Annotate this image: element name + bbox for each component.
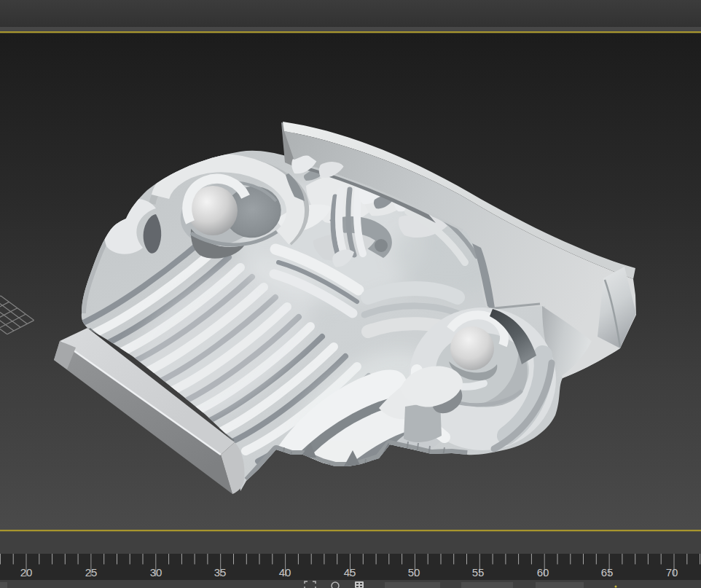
svg-text:20: 20	[20, 566, 33, 579]
svg-text:50: 50	[408, 566, 420, 579]
svg-text:70: 70	[666, 566, 678, 579]
svg-text:65: 65	[601, 566, 614, 579]
svg-text:35: 35	[214, 566, 227, 579]
svg-text:25: 25	[85, 566, 98, 579]
svg-text:45: 45	[344, 566, 356, 579]
svg-text:30: 30	[150, 566, 162, 579]
svg-text:55: 55	[472, 566, 485, 579]
svg-text:60: 60	[537, 566, 549, 579]
svg-text:40: 40	[279, 566, 291, 579]
